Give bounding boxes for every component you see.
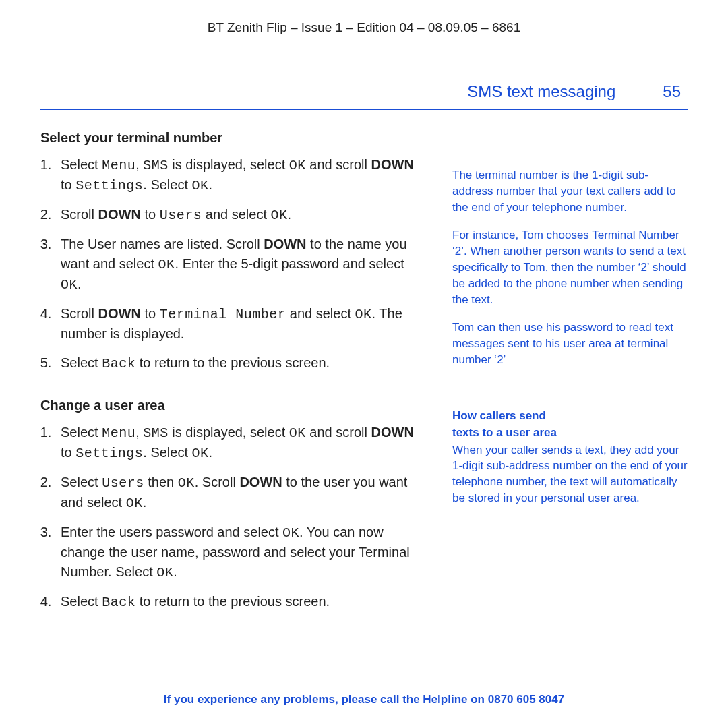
- footer-phone: 0870 605 8047: [488, 693, 564, 706]
- steps-change-user-area: Select Menu, SMS is displayed, select OK…: [40, 423, 418, 612]
- main-column: Select your terminal number Select Menu,…: [40, 130, 435, 636]
- step: Scroll DOWN to Terminal Number and selec…: [55, 304, 418, 344]
- step: Select Menu, SMS is displayed, select OK…: [55, 423, 418, 463]
- side-heading: How callers send: [452, 409, 688, 424]
- side-note: When your caller sends a text, they add …: [452, 442, 688, 506]
- side-section-how-callers: How callers send texts to a user area Wh…: [452, 409, 688, 506]
- content-columns: Select your terminal number Select Menu,…: [40, 130, 688, 636]
- step: Scroll DOWN to Users and select OK.: [55, 205, 418, 225]
- heading-change-user-area: Change a user area: [40, 398, 418, 413]
- side-note: The terminal number is the 1-digit sub-a…: [452, 167, 688, 215]
- side-column: The terminal number is the 1-digit sub-a…: [435, 130, 688, 636]
- footer-text: If you experience any problems, please c…: [164, 693, 488, 706]
- step: Select Back to return to the previous sc…: [55, 592, 418, 612]
- step: Select Users then OK. Scroll DOWN to the…: [55, 473, 418, 513]
- document-id-line: BT Zenith Flip – Issue 1 – Edition 04 – …: [40, 20, 688, 35]
- side-heading: texts to a user area: [452, 425, 688, 441]
- page-number: 55: [663, 82, 681, 101]
- step: Select Menu, SMS is displayed, select OK…: [55, 155, 418, 196]
- section-title: SMS text messaging: [467, 82, 615, 101]
- steps-select-terminal: Select Menu, SMS is displayed, select OK…: [40, 155, 418, 373]
- footer-helpline: If you experience any problems, please c…: [0, 693, 728, 707]
- step: Enter the users password and select OK. …: [55, 522, 418, 582]
- page: BT Zenith Flip – Issue 1 – Edition 04 – …: [0, 0, 728, 720]
- heading-select-terminal: Select your terminal number: [40, 130, 418, 146]
- section-header: SMS text messaging 55: [40, 82, 688, 101]
- step: The User names are listed. Scroll DOWN t…: [55, 235, 418, 295]
- header-rule: [40, 109, 688, 110]
- side-note: For instance, Tom chooses Terminal Numbe…: [452, 227, 688, 307]
- step: Select Back to return to the previous sc…: [55, 353, 418, 373]
- side-note: Tom can then use his password to read te…: [452, 320, 688, 367]
